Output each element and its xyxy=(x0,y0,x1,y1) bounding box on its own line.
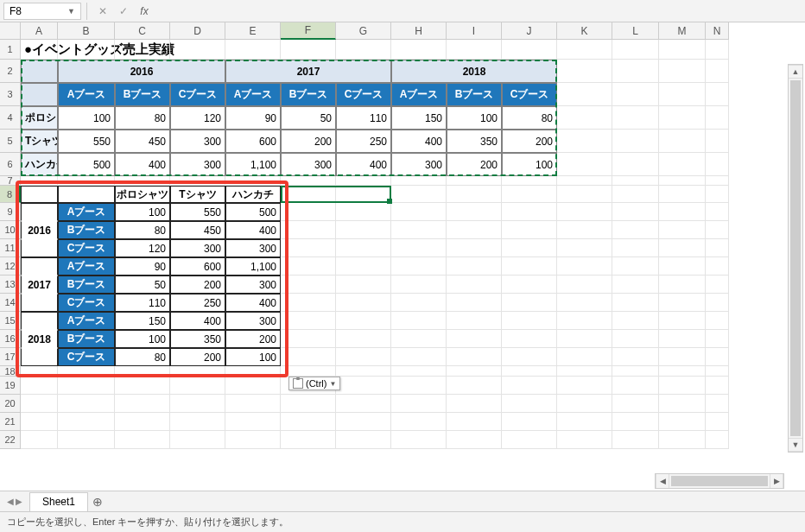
cell[interactable]: 350 xyxy=(447,130,502,153)
cell[interactable]: 250 xyxy=(170,294,225,312)
col-header[interactable]: J xyxy=(502,22,557,40)
row-header[interactable]: 3 xyxy=(0,83,21,106)
col-header[interactable]: G xyxy=(336,22,391,40)
cell[interactable]: 120 xyxy=(115,239,170,257)
cell[interactable]: ハンカチ xyxy=(21,153,58,176)
row-header[interactable]: 21 xyxy=(0,413,21,431)
col-header[interactable]: N xyxy=(706,22,729,40)
cell[interactable]: Bブース xyxy=(281,83,336,106)
col-header[interactable]: C xyxy=(115,22,170,40)
cell[interactable]: 200 xyxy=(170,348,225,366)
cell[interactable]: 50 xyxy=(281,106,336,130)
cell[interactable]: 300 xyxy=(281,153,336,176)
title-cell[interactable]: ●イベントグッズ売上実績 xyxy=(21,40,58,60)
cell[interactable] xyxy=(21,312,58,330)
cell[interactable]: 200 xyxy=(225,330,281,348)
cell[interactable] xyxy=(21,348,58,366)
cell[interactable]: 100 xyxy=(447,106,502,130)
cell[interactable]: 500 xyxy=(225,203,281,221)
row-header[interactable]: 20 xyxy=(0,395,21,413)
cell[interactable]: 300 xyxy=(391,153,447,176)
cell[interactable]: 80 xyxy=(115,348,170,366)
row-header[interactable]: 4 xyxy=(0,106,21,130)
cell[interactable]: 120 xyxy=(170,106,225,130)
cell[interactable]: 100 xyxy=(58,106,115,130)
cell[interactable]: 1,100 xyxy=(225,153,281,176)
cell[interactable]: 450 xyxy=(115,130,170,153)
cell[interactable]: 500 xyxy=(58,153,115,176)
cell[interactable]: 300 xyxy=(170,130,225,153)
cell[interactable]: Bブース xyxy=(58,221,115,239)
row-header[interactable]: 11 xyxy=(0,239,21,257)
active-cell[interactable] xyxy=(281,186,336,203)
col-header[interactable]: I xyxy=(447,22,502,40)
row-header[interactable]: 18 xyxy=(0,366,21,377)
cell[interactable]: 2016 xyxy=(21,221,58,239)
tab-nav[interactable]: ◀▶ xyxy=(0,497,29,506)
cell[interactable]: 400 xyxy=(115,153,170,176)
cell[interactable]: Cブース xyxy=(336,83,391,106)
cell[interactable]: 200 xyxy=(447,153,502,176)
cell[interactable]: 250 xyxy=(336,130,391,153)
cell[interactable] xyxy=(21,60,58,83)
row-header[interactable]: 7 xyxy=(0,176,21,186)
chevron-down-icon[interactable]: ▼ xyxy=(67,7,75,16)
row-header[interactable]: 6 xyxy=(0,153,21,176)
year-header[interactable]: 2016 xyxy=(58,60,225,83)
row-header[interactable]: 1 xyxy=(0,40,21,60)
cell[interactable]: Bブース xyxy=(58,330,115,348)
formula-input[interactable] xyxy=(155,3,805,20)
year-header[interactable]: 2017 xyxy=(225,60,391,83)
cell[interactable]: 80 xyxy=(115,221,170,239)
col-header[interactable]: H xyxy=(391,22,447,40)
cell[interactable]: Cブース xyxy=(170,83,225,106)
cell[interactable]: 550 xyxy=(58,130,115,153)
col-header[interactable]: A xyxy=(21,22,58,40)
cell[interactable]: 300 xyxy=(170,239,225,257)
col-header[interactable]: B xyxy=(58,22,115,40)
cell[interactable]: 100 xyxy=(115,203,170,221)
cell[interactable]: Bブース xyxy=(58,276,115,294)
row-header[interactable]: 22 xyxy=(0,431,21,449)
col-header[interactable]: K xyxy=(557,22,612,40)
cell[interactable]: 350 xyxy=(170,330,225,348)
cell[interactable]: 50 xyxy=(115,276,170,294)
row-header[interactable]: 10 xyxy=(0,221,21,239)
cell[interactable]: ハンカチ xyxy=(225,186,281,203)
cell[interactable]: 2018 xyxy=(21,330,58,348)
cell[interactable]: ポロシャツ xyxy=(115,186,170,203)
scroll-down-icon[interactable]: ▼ xyxy=(789,438,802,452)
cell[interactable]: 150 xyxy=(391,106,447,130)
cell[interactable]: Aブース xyxy=(225,83,281,106)
cell[interactable]: 300 xyxy=(170,153,225,176)
cell[interactable]: 90 xyxy=(115,257,170,276)
cell[interactable]: 150 xyxy=(115,312,170,330)
row-header[interactable]: 9 xyxy=(0,203,21,221)
scroll-thumb[interactable] xyxy=(671,476,768,486)
cell[interactable]: 80 xyxy=(502,106,557,130)
cell[interactable]: 450 xyxy=(170,221,225,239)
row-header[interactable]: 13 xyxy=(0,276,21,294)
cell[interactable]: 200 xyxy=(281,130,336,153)
scroll-thumb[interactable] xyxy=(790,80,801,436)
cell[interactable]: ポロシャツ xyxy=(21,106,58,130)
cell[interactable] xyxy=(21,203,58,221)
new-sheet-button[interactable]: ⊕ xyxy=(88,492,107,511)
cell[interactable]: Tシャツ xyxy=(21,130,58,153)
sheet-tab[interactable]: Sheet1 xyxy=(29,492,88,511)
cell[interactable]: 90 xyxy=(225,106,281,130)
row-header[interactable]: 15 xyxy=(0,312,21,330)
cell[interactable] xyxy=(21,257,58,276)
scroll-left-icon[interactable]: ◀ xyxy=(656,474,669,488)
scroll-right-icon[interactable]: ▶ xyxy=(770,474,783,488)
select-all[interactable] xyxy=(0,22,21,40)
cell[interactable]: Aブース xyxy=(58,312,115,330)
col-header[interactable]: D xyxy=(170,22,225,40)
cell[interactable]: 110 xyxy=(115,294,170,312)
cell[interactable]: 200 xyxy=(170,276,225,294)
cell[interactable]: 100 xyxy=(225,348,281,366)
cell[interactable]: 300 xyxy=(225,312,281,330)
cell[interactable]: 300 xyxy=(225,276,281,294)
cell[interactable] xyxy=(21,294,58,312)
cell[interactable]: Cブース xyxy=(58,239,115,257)
